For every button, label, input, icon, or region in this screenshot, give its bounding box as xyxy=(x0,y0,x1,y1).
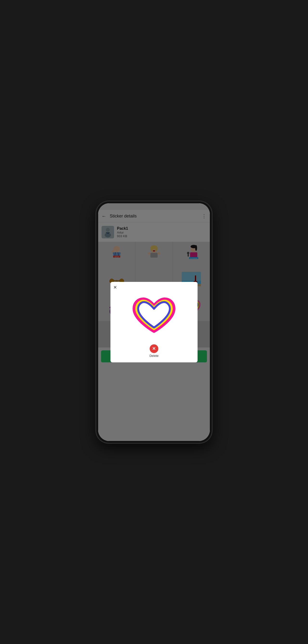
phone-screen: ← Sticker details ⋮ xyxy=(98,203,210,441)
sticker-preview-area xyxy=(115,287,193,342)
delete-label: Delete xyxy=(149,354,159,358)
modal-overlay[interactable]: ✕ ✕ xyxy=(98,203,210,441)
delete-icon[interactable]: ✕ xyxy=(150,344,158,353)
sticker-detail-modal: ✕ ✕ xyxy=(110,282,198,362)
sticker-heart-large xyxy=(130,292,178,340)
delete-x-symbol: ✕ xyxy=(152,346,156,351)
delete-area[interactable]: ✕ Delete xyxy=(149,344,159,358)
modal-close-button[interactable]: ✕ xyxy=(113,285,117,290)
phone-frame: ← Sticker details ⋮ xyxy=(96,201,212,443)
